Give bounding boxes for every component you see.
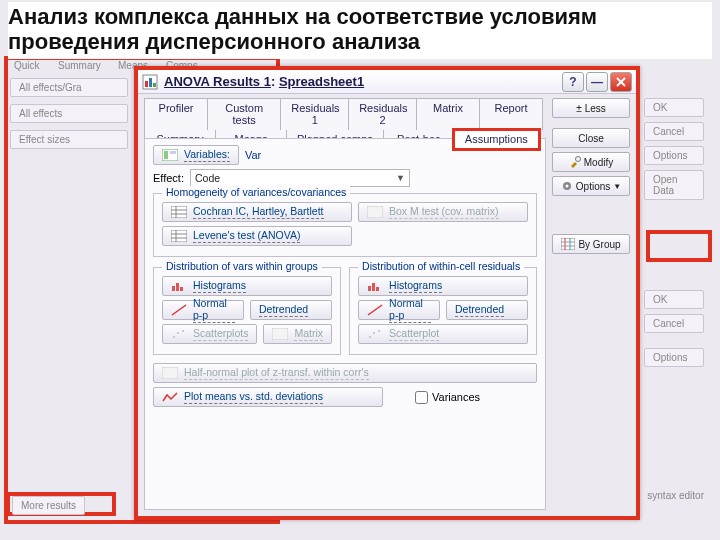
bg-cancel: Cancel: [644, 122, 704, 141]
svg-rect-2: [149, 78, 152, 87]
detrended-right-button[interactable]: Detrended: [446, 300, 528, 320]
title-prefix: ANOVA Results 1: [164, 74, 271, 89]
cochran-button[interactable]: Cochran IC, Hartley, Bartlett: [162, 202, 352, 222]
halfnormal-button: Half-normal plot of z-transf. within cor…: [153, 363, 537, 383]
table-icon-disabled: [367, 205, 383, 219]
options-button[interactable]: Options▼: [552, 176, 630, 196]
slide-heading: Анализ комплекса данных на соответствие …: [8, 2, 712, 59]
svg-rect-27: [176, 283, 179, 291]
tab-assumptions[interactable]: Assumptions: [454, 130, 539, 149]
halfnormal-label: Half-normal plot of z-transf. within cor…: [184, 366, 369, 380]
title-sep: :: [271, 74, 279, 89]
tab-custom-tests[interactable]: Custom tests: [207, 98, 281, 130]
chevron-down-icon: ▼: [396, 173, 405, 183]
scatter-icon: [367, 327, 383, 341]
dist-resid-title: Distribution of within-cell residuals: [358, 260, 524, 272]
effect-combo[interactable]: Code ▼: [190, 169, 410, 187]
help-button[interactable]: ?: [562, 72, 584, 92]
scatter-left-label: Scatterplots: [193, 327, 248, 341]
by-group-button[interactable]: By Group: [552, 234, 630, 254]
matrix-icon: [272, 327, 288, 341]
svg-rect-16: [170, 151, 176, 154]
minimize-button[interactable]: —: [586, 72, 608, 92]
tab-residuals2[interactable]: Residuals 2: [348, 98, 417, 130]
hist-icon: [171, 279, 187, 293]
variances-label: Variances: [432, 391, 480, 403]
titlebar[interactable]: ANOVA Results 1: Spreadsheet1 ? —: [138, 70, 636, 94]
table-icon: [171, 229, 187, 243]
dist-vars-group: Distribution of vars within groups Histo…: [153, 267, 341, 355]
scatter-left-button: Scatterplots: [162, 324, 257, 344]
bg-ok: OK: [644, 98, 704, 117]
scatter-icon: [171, 327, 187, 341]
svg-rect-36: [376, 287, 379, 291]
modify-button[interactable]: Modify: [552, 152, 630, 172]
levene-label: Levene's test (ANOVA): [193, 229, 300, 243]
right-button-column: ±Less Close Modify Options▼ By Group: [552, 98, 630, 254]
assumptions-panel: Variables: Var Effect: Code ▼ Homogeneit…: [144, 138, 546, 510]
homogeneity-group: Homogeneity of variances/covariances Coc…: [153, 193, 537, 257]
npp-left-label: Normal p-p: [193, 297, 235, 323]
plot-means-button[interactable]: Plot means vs. std. deviations: [153, 387, 383, 407]
line-icon: [171, 303, 187, 317]
svg-rect-41: [162, 367, 178, 379]
svg-rect-15: [164, 151, 168, 159]
variances-checkbox[interactable]: Variances: [415, 387, 480, 407]
vars-icon: [162, 148, 178, 162]
plot-icon-disabled: [162, 366, 178, 380]
by-group-label: By Group: [578, 239, 620, 250]
close-panel-button[interactable]: Close: [552, 128, 630, 148]
grid-icon: [561, 238, 575, 250]
tab-residuals1[interactable]: Residuals 1: [280, 98, 349, 130]
cochran-label: Cochran IC, Hartley, Bartlett: [193, 205, 324, 219]
svg-point-32: [182, 330, 184, 332]
variables-button[interactable]: Variables:: [153, 145, 239, 165]
svg-point-40: [378, 330, 380, 332]
npp-left-button[interactable]: Normal p-p: [162, 300, 244, 320]
scatter-right-label: Scatterplot: [389, 327, 439, 341]
svg-rect-21: [367, 206, 383, 218]
matrix-left-label: Matrix: [294, 327, 323, 341]
modify-label: Modify: [584, 157, 613, 168]
tab-profiler[interactable]: Profiler: [144, 98, 208, 130]
variances-check-input[interactable]: [415, 391, 428, 404]
detr-left-label: Detrended: [259, 303, 308, 317]
plotmeans-label: Plot means vs. std. deviations: [184, 390, 323, 404]
histograms-left-button[interactable]: Histograms: [162, 276, 332, 296]
scatter-right-button: Scatterplot: [358, 324, 528, 344]
effect-value: Code: [195, 172, 220, 184]
bg-ok2: OK: [644, 290, 704, 309]
histograms-right-button[interactable]: Histograms: [358, 276, 528, 296]
npp-right-button[interactable]: Normal p-p: [358, 300, 440, 320]
svg-point-6: [575, 157, 580, 162]
svg-rect-9: [561, 238, 575, 250]
svg-rect-33: [272, 328, 288, 340]
svg-rect-3: [153, 83, 156, 87]
levene-button[interactable]: Levene's test (ANOVA): [162, 226, 352, 246]
tab-report[interactable]: Report: [479, 98, 543, 130]
svg-point-31: [177, 332, 179, 334]
title-doc: Spreadsheet1: [279, 74, 364, 89]
close-button[interactable]: [610, 72, 632, 92]
bg-cancel2: Cancel: [644, 314, 704, 333]
svg-point-38: [369, 336, 371, 338]
svg-point-8: [565, 185, 568, 188]
hist-left-label: Histograms: [193, 279, 246, 293]
variables-value: Var: [245, 149, 261, 161]
svg-rect-1: [145, 81, 148, 87]
bg-options2: Options: [644, 348, 704, 367]
less-button[interactable]: ±Less: [552, 98, 630, 118]
less-label: Less: [585, 103, 606, 114]
app-icon: [142, 74, 158, 90]
svg-point-30: [173, 336, 175, 338]
hist-right-label: Histograms: [389, 279, 442, 293]
variables-label: Variables:: [184, 148, 230, 162]
detrended-left-button[interactable]: Detrended: [250, 300, 332, 320]
svg-line-37: [368, 305, 382, 315]
hist-icon: [367, 279, 383, 293]
tab-matrix[interactable]: Matrix: [416, 98, 480, 130]
dialog-title: ANOVA Results 1: Spreadsheet1: [164, 74, 560, 89]
table-icon: [171, 205, 187, 219]
options-label: Options: [576, 181, 610, 192]
effect-label: Effect:: [153, 172, 184, 184]
